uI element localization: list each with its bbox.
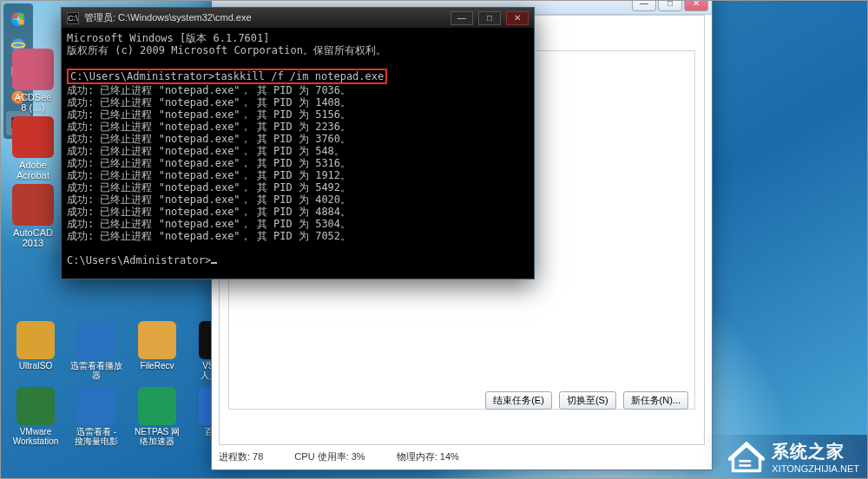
desktop-icon-label: FileRecv (127, 361, 187, 371)
svg-rect-3 (13, 20, 17, 24)
desktop-icon-netpas[interactable]: NETPAS 网 络加速器 (127, 387, 187, 453)
watermark-title: 系统之家 (772, 440, 859, 463)
xunlei2-icon (77, 387, 115, 425)
desktop: C:\ ACDSee 8 (…)Adobe AcrobatAutoCAD 201… (0, 0, 868, 479)
status-proc-count: 进程数: 78 (219, 450, 263, 463)
acrobat-icon (12, 116, 54, 158)
cmd-output[interactable]: Microsoft Windows [版本 6.1.7601] 版权所有 (c)… (62, 29, 534, 279)
svg-point-0 (10, 10, 27, 28)
house-icon (728, 441, 765, 474)
start-orb[interactable] (6, 7, 30, 31)
taskmgr-statusbar: 进程数: 78 CPU 使用率: 3% 物理内存: 14% (219, 449, 705, 464)
desktop-icon-label: VMware Workstation (5, 427, 66, 446)
highlighted-command: C:\Users\Administrator>taskkill /f /im n… (67, 69, 387, 84)
desktop-icon-acrobat[interactable]: Adobe Acrobat (5, 116, 61, 180)
desktop-icon-label: Adobe Acrobat (5, 160, 61, 180)
close-button[interactable]: ✕ (684, 0, 708, 11)
cmd-titlebar[interactable]: C:\ 管理员: C:\Windows\system32\cmd.exe — □… (62, 8, 534, 29)
cursor (211, 262, 217, 264)
autocad-icon (12, 184, 54, 226)
desktop-icon-ultraiso[interactable]: UltraISO (5, 321, 66, 387)
cmd-window[interactable]: C:\ 管理员: C:\Windows\system32\cmd.exe — □… (61, 7, 535, 279)
vmware-icon (16, 387, 55, 425)
netpas-icon (138, 387, 176, 425)
status-cpu: CPU 使用率: 3% (294, 450, 365, 463)
desktop-icon-filerecv[interactable]: FileRecv (127, 321, 187, 387)
taskmgr-actions: 结束任务(E) 切换至(S) 新任务(N)... (485, 391, 688, 410)
svg-rect-4 (19, 20, 23, 24)
desktop-icon-label: ACDSee 8 (…) (5, 92, 61, 113)
ultraiso-icon (16, 321, 55, 359)
cmd-maximize-button[interactable]: □ (478, 11, 501, 25)
desktop-icon-xunlei[interactable]: 迅雷看看播放 器 (66, 321, 127, 387)
xunlei-icon (77, 321, 115, 359)
desktop-icon-vmware[interactable]: VMware Workstation (5, 387, 66, 453)
switch-to-button[interactable]: 切换至(S) (559, 391, 616, 410)
svg-rect-2 (19, 14, 23, 18)
desktop-icon-xunlei2[interactable]: 迅雷看看 - 搜海量电影 (66, 387, 127, 453)
watermark-url: XITONGZHIJIA.NET (772, 463, 859, 474)
status-mem: 物理内存: 14% (397, 450, 459, 463)
end-task-button[interactable]: 结束任务(E) (485, 391, 552, 410)
acdsee-icon (12, 49, 54, 90)
cmd-title: 管理员: C:\Windows\system32\cmd.exe (84, 11, 445, 24)
maximize-button[interactable]: □ (658, 0, 682, 11)
cmd-icon: C:\ (67, 12, 79, 24)
desktop-icon-label: 迅雷看看 - 搜海量电影 (66, 427, 127, 446)
watermark: 系统之家 XITONGZHIJIA.NET (702, 435, 868, 479)
minimize-button[interactable]: — (632, 0, 656, 11)
cmd-minimize-button[interactable]: — (450, 11, 473, 25)
filerecv-icon (138, 321, 176, 359)
desktop-icon-label: NETPAS 网 络加速器 (127, 427, 187, 446)
desktop-icon-autocad[interactable]: AutoCAD 2013 (5, 184, 61, 248)
desktop-icon-label: AutoCAD 2013 (5, 227, 61, 248)
desktop-icon-label: 迅雷看看播放 器 (66, 361, 127, 380)
desktop-icon-label: UltraISO (5, 361, 66, 371)
cmd-close-button[interactable]: ✕ (506, 11, 529, 25)
svg-rect-1 (13, 14, 17, 18)
new-task-button[interactable]: 新任务(N)... (623, 391, 688, 410)
desktop-icon-acdsee[interactable]: ACDSee 8 (…) (5, 49, 61, 113)
